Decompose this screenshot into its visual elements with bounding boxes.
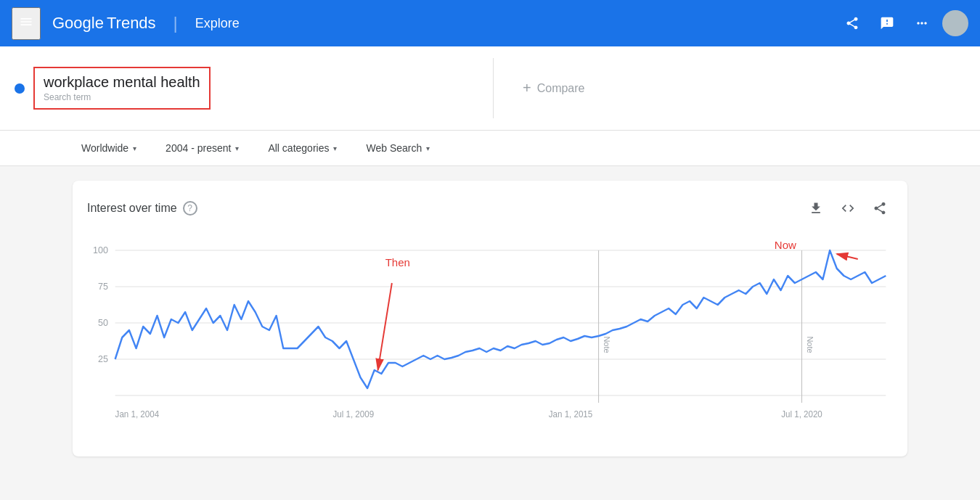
search-type-filter-label: Web Search	[366, 142, 422, 154]
now-annotation: Now	[775, 239, 796, 251]
share-chart-button[interactable]	[867, 195, 893, 221]
svg-line-17	[378, 283, 392, 370]
search-type-filter[interactable]: Web Search ▾	[357, 136, 438, 160]
svg-text:Note: Note	[603, 336, 611, 353]
svg-text:25: 25	[98, 353, 108, 364]
header: Google Trends | Explore	[0, 0, 980, 46]
category-dropdown-icon: ▾	[333, 144, 337, 152]
time-range-filter-label: 2004 - present	[166, 142, 231, 154]
search-color-dot	[15, 83, 25, 94]
search-term-label: Search term	[44, 92, 200, 102]
time-range-dropdown-icon: ▾	[235, 144, 239, 152]
avatar[interactable]	[942, 10, 968, 36]
help-icon[interactable]: ?	[183, 201, 197, 216]
category-filter-label: All categories	[268, 142, 329, 154]
chart-header: Interest over time ?	[87, 195, 893, 221]
svg-text:Jan 1, 2015: Jan 1, 2015	[549, 409, 593, 419]
region-filter-label: Worldwide	[81, 142, 128, 154]
svg-text:Jan 1, 2004: Jan 1, 2004	[115, 409, 160, 419]
chart-title: Interest over time	[87, 202, 177, 215]
search-term-content[interactable]: workplace mental health Search term	[33, 67, 211, 110]
search-term-text: workplace mental health	[44, 74, 200, 91]
chart-container: Then Now 100 75 50 25 Note Note	[87, 236, 893, 442]
region-dropdown-icon: ▾	[133, 144, 136, 152]
svg-text:75: 75	[98, 281, 108, 292]
logo: Google Trends	[52, 14, 156, 33]
compare-button[interactable]: + Compare	[494, 71, 614, 105]
menu-icon[interactable]	[12, 7, 41, 40]
header-explore-label: Explore	[195, 16, 240, 31]
download-chart-button[interactable]	[803, 195, 829, 221]
category-filter[interactable]: All categories ▾	[259, 136, 346, 160]
share-button[interactable]	[838, 9, 867, 38]
search-bar-area: workplace mental health Search term + Co…	[0, 46, 980, 131]
interest-chart: 100 75 50 25 Note Note Jan 1, 2004 Jul 1…	[87, 236, 893, 439]
header-icons	[838, 9, 968, 38]
filter-bar: Worldwide ▾ 2004 - present ▾ All categor…	[0, 131, 980, 166]
then-annotation: Then	[385, 256, 410, 269]
chart-title-group: Interest over time ?	[87, 201, 197, 216]
logo-trends: Trends	[107, 14, 156, 33]
svg-text:Jul 1, 2020: Jul 1, 2020	[781, 409, 822, 419]
compare-plus-icon: +	[523, 80, 531, 97]
search-type-dropdown-icon: ▾	[426, 144, 430, 152]
svg-text:Jul 1, 2009: Jul 1, 2009	[332, 409, 374, 419]
chart-actions	[803, 195, 893, 221]
embed-chart-button[interactable]	[835, 195, 861, 221]
logo-google: Google	[52, 14, 104, 33]
feedback-button[interactable]	[873, 9, 902, 38]
apps-button[interactable]	[907, 9, 936, 38]
svg-text:100: 100	[93, 245, 108, 255]
search-term-box: workplace mental health Search term	[0, 58, 494, 118]
svg-text:50: 50	[98, 317, 108, 328]
compare-label: Compare	[537, 82, 585, 95]
region-filter[interactable]: Worldwide ▾	[73, 136, 145, 160]
svg-text:Note: Note	[806, 336, 814, 353]
svg-line-18	[837, 254, 858, 259]
header-divider: |	[173, 13, 178, 33]
interest-over-time-card: Interest over time ?	[73, 181, 907, 456]
time-range-filter[interactable]: 2004 - present ▾	[157, 136, 248, 160]
main-content: Interest over time ?	[0, 166, 980, 471]
